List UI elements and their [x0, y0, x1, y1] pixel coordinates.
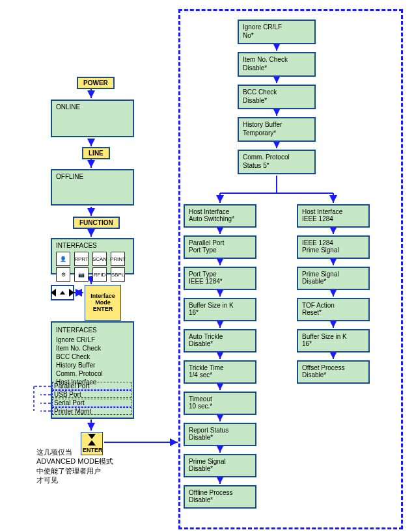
adv-item-serial[interactable]: Serial Port — [52, 399, 131, 406]
annot-l2: ADVANCED MODE模式 — [36, 457, 128, 466]
annot-l3: 中使能了管理者用户 — [36, 466, 128, 475]
interfaces-screen: INTERFACES 👤 RPRT SCAN PRINT ⚙ 📷 RFID SB… — [51, 238, 134, 274]
a-box-1: Parallel PortPort Type — [184, 235, 256, 259]
a3v: 16* — [189, 309, 251, 316]
a4v: Disable* — [189, 340, 251, 347]
icon-rprt: RPRT — [74, 252, 89, 266]
rt-box-1: Item No. Check Disable* — [238, 52, 316, 77]
a6t: Timeout — [189, 395, 251, 403]
icon-cam: 📷 — [74, 267, 89, 282]
rt-4-v: Status 5* — [243, 162, 310, 169]
function-tag: FUNCTION — [73, 217, 120, 229]
a8v: Disable* — [189, 465, 251, 472]
a3t: Buffer Size in K — [189, 302, 251, 309]
interfaces-title: INTERFACES — [56, 242, 129, 249]
rt-4-t: Comm. Protocol — [243, 153, 310, 161]
adv-item-serial-label: Serial Port — [54, 399, 85, 406]
rt-2-v: Disable* — [243, 97, 310, 104]
a5v: 1/4 sec* — [189, 371, 251, 379]
a-box-0: Host InterfaceAuto Switching* — [184, 204, 256, 228]
menu-item-4[interactable]: Comm. Protocol — [56, 369, 129, 378]
rt-1-t: Item No. Check — [243, 56, 310, 63]
annot-l4: 才可见 — [36, 475, 128, 485]
nav-lr-button[interactable] — [51, 285, 74, 300]
enter-label-1: ENTER — [88, 306, 118, 313]
rt-0-v: No* — [243, 32, 310, 39]
b-box-5: Offset ProcessDisable* — [297, 360, 370, 384]
rt-2-t: BCC Check — [243, 88, 310, 96]
icon-scan: SCAN — [92, 252, 107, 266]
a9t: Offline Process — [189, 489, 251, 496]
interface-mode-text: Interface Mode — [90, 293, 115, 306]
adv-item-parallel-label: Parallel Port — [54, 382, 89, 390]
line-tag: LINE — [82, 147, 110, 159]
a7v: Disable* — [189, 434, 251, 441]
a5t: Trickle Time — [189, 364, 251, 371]
a-box-2: Port TypeIEEE 1284* — [184, 267, 256, 290]
b-box-0: Host InterfaceIEEE 1284 — [297, 204, 370, 228]
b2t: Prime Signal — [302, 271, 365, 278]
adv-item-usb[interactable]: USB Port — [52, 390, 131, 398]
menu-item-1[interactable]: Item No. Check — [56, 344, 129, 352]
b3v: Reset* — [302, 309, 365, 316]
rt-3-v: Temporary* — [243, 129, 310, 137]
a9v: Disable* — [189, 496, 251, 503]
online-label: ONLINE — [56, 103, 129, 111]
triangle-up-small-icon — [60, 291, 65, 295]
rt-3-t: History Buffer — [243, 121, 310, 128]
rt-box-2: BCC Check Disable* — [238, 85, 316, 109]
a-box-9: Offline ProcessDisable* — [184, 485, 256, 509]
adv-item-parallel[interactable]: Parallel Port — [52, 382, 131, 390]
b1t: IEEE 1284 — [302, 239, 365, 246]
menu-item-3[interactable]: History Buffer — [56, 361, 129, 369]
interfaces-menu-title: INTERFACES — [56, 326, 129, 334]
offline-box: OFFLINE — [51, 169, 134, 206]
b2v: Disable* — [302, 278, 365, 285]
rt-box-3: History Buffer Temporary* — [238, 117, 316, 142]
a4t: Auto Trickle — [189, 333, 251, 340]
b3t: TOF Action — [302, 302, 365, 309]
a0t: Host Interface — [189, 208, 251, 215]
triangle-right-icon — [69, 289, 74, 297]
b4v: 16* — [302, 340, 365, 347]
b4t: Buffer Size in K — [302, 333, 365, 340]
a8t: Prime Signal — [189, 458, 251, 465]
b1v: Prime Signal — [302, 246, 365, 254]
offline-label: OFFLINE — [56, 173, 129, 180]
a6v: 10 sec.* — [189, 403, 251, 410]
icon-rfid: RFID — [92, 267, 107, 282]
a-box-6: Timeout10 sec.* — [184, 392, 256, 415]
adv-item-printer-mgmt-label: Printer Mgmt — [54, 408, 91, 415]
a1t: Parallel Port — [189, 239, 251, 246]
menu-item-2[interactable]: BCC Check — [56, 352, 129, 361]
b-box-2: Prime SignalDisable* — [297, 267, 370, 290]
power-tag: POWER — [77, 77, 115, 89]
triangle-down-icon — [88, 434, 96, 439]
a-box-5: Trickle Time1/4 sec* — [184, 360, 256, 384]
rt-0-t: Ignore CR/LF — [243, 23, 310, 31]
adv-item-usb-label: USB Port — [54, 391, 81, 398]
menu-item-0[interactable]: Ignore CR/LF — [56, 336, 129, 344]
annotation-text: 这几项仅当 ADVANCED MODE模式 中使能了管理者用户 才可见 — [36, 447, 128, 485]
a-box-4: Auto TrickleDisable* — [184, 329, 256, 352]
annot-l1: 这几项仅当 — [36, 447, 128, 457]
a2v: IEEE 1284* — [189, 278, 251, 285]
b-box-4: Buffer Size in K16* — [297, 329, 370, 352]
b0t: Host Interface — [302, 208, 365, 215]
a0v: Auto Switching* — [189, 215, 251, 222]
interface-mode-tag: Interface Mode ENTER — [85, 285, 121, 321]
icon-gear: ⚙ — [56, 267, 70, 282]
b0v: IEEE 1284 — [302, 215, 365, 222]
a-box-7: Report StatusDisable* — [184, 423, 256, 446]
a7t: Report Status — [189, 427, 251, 434]
triangle-left-icon — [51, 289, 56, 297]
a-box-3: Buffer Size in K16* — [184, 298, 256, 321]
rt-1-v: Disable* — [243, 64, 310, 72]
b5t: Offset Process — [302, 364, 365, 371]
online-box: ONLINE — [51, 100, 134, 137]
icon-sbpl: SBPL — [111, 267, 125, 282]
icon-user: 👤 — [56, 252, 70, 266]
triangle-up-icon — [88, 440, 96, 446]
adv-item-printer-mgmt[interactable]: Printer Mgmt — [52, 407, 131, 415]
icon-print: PRINT — [111, 252, 125, 266]
